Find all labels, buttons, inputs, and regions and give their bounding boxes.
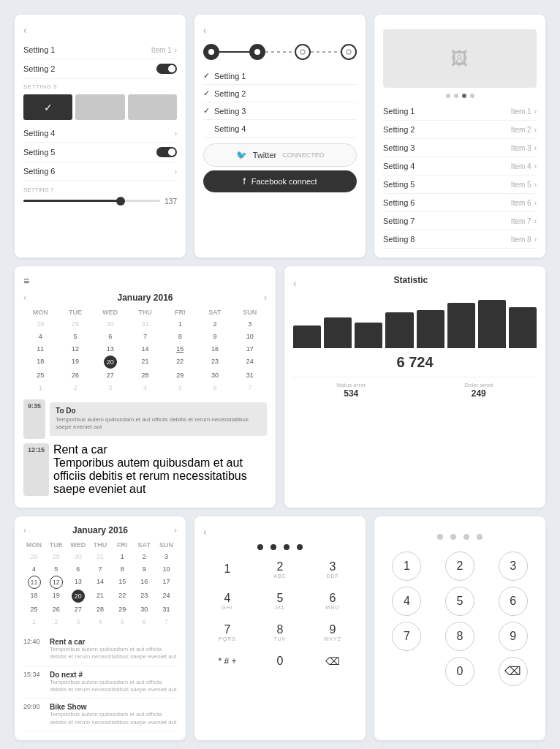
circle-key-backspace[interactable]: ⌫ [499,657,528,686]
cal-prev-btn[interactable]: ‹ [23,293,26,303]
cal-day-today[interactable]: 20 [104,355,117,369]
checklist-item-2[interactable]: ✓ Setting 2 [203,85,357,102]
cal2-day[interactable]: 28 [23,551,45,562]
cal-day[interactable]: 4 [128,382,162,394]
key-4[interactable]: 4 GHI [203,587,251,614]
checklist-item-4[interactable]: ✓ Setting 4 [203,120,357,138]
cal-day[interactable]: 2 [198,318,232,330]
setting-item-4[interactable]: Setting 4 › [23,124,177,143]
cal-day[interactable]: 9 [198,331,232,342]
cal2-day[interactable]: 2 [45,616,67,628]
circle-key-4[interactable]: 4 [392,587,421,616]
key-8[interactable]: 8 TUV [256,619,304,646]
checklist-item-3[interactable]: ✓ Setting 3 [203,102,357,120]
cal-day[interactable]: 21 [128,355,162,369]
cal-day[interactable]: 30 [93,318,127,330]
circle-key-5[interactable]: 5 [445,587,474,616]
hamburger-icon[interactable]: ≡ [23,275,267,287]
cal-day[interactable]: 3 [93,382,127,394]
cal-day[interactable]: 31 [232,369,267,381]
cal-day[interactable]: 4 [23,331,58,342]
circle-key-0[interactable]: 0 [445,657,474,686]
toggle-switch[interactable] [156,64,177,74]
cal2-day-12[interactable]: 12 [50,576,63,589]
circle-key-7[interactable]: 7 [392,622,421,651]
key-5[interactable]: 5 JKL [256,587,304,614]
image-thumb-selected[interactable]: ✓ [23,94,72,120]
cal2-day[interactable]: 22 [112,590,133,603]
facebook-button[interactable]: f Facebook connect [203,170,357,192]
cal2-day[interactable]: 24 [156,590,177,603]
cal2-day[interactable]: 9 [134,563,155,575]
cal-day[interactable]: 3 [232,318,267,330]
cal-day[interactable]: 31 [128,318,162,330]
cal2-day[interactable]: 2 [134,551,155,562]
cal2-day[interactable]: 6 [67,563,88,575]
key-6[interactable]: 6 MNO [309,587,357,614]
cal-day[interactable]: 22 [163,355,197,369]
cal2-day[interactable]: 31 [89,551,110,562]
cal2-day[interactable]: 27 [67,603,88,615]
cal2-day[interactable]: 19 [45,590,67,603]
cal-day[interactable]: 11 [23,343,58,355]
cal2-day[interactable]: 29 [45,551,67,562]
cal2-day-11[interactable]: 11 [28,576,41,589]
img-setting-1[interactable]: Setting 1 Item 1 › [383,102,537,121]
circle-key-3[interactable]: 3 [499,552,528,581]
cal2-day[interactable]: 28 [89,603,110,615]
cal2-day[interactable]: 10 [156,563,177,575]
cal-day[interactable]: 29 [58,318,93,330]
img-setting-5[interactable]: Setting 5 Item 5 › [383,176,537,194]
cal2-day[interactable]: 3 [156,551,177,562]
cal2-day[interactable]: 7 [156,616,177,628]
cal-day[interactable]: 12 [58,343,93,355]
setting-item-1[interactable]: Setting 1 Item 1 › [23,41,177,59]
cal-day[interactable]: 17 [232,343,267,355]
cal-day[interactable]: 13 [93,343,127,355]
cal-day[interactable]: 23 [198,355,232,369]
img-setting-2[interactable]: Setting 2 Item 2 › [383,121,537,139]
cal-day[interactable]: 28 [128,369,162,381]
key-3[interactable]: 3 DEF [309,556,357,583]
cal-day[interactable]: 24 [232,355,267,369]
slider-track[interactable] [23,200,160,202]
cal2-day[interactable]: 29 [112,603,133,615]
cal2-day[interactable]: 4 [89,616,110,628]
setting-item-5[interactable]: Setting 5 [23,143,177,162]
back-button-keypad[interactable]: ‹ [203,526,207,538]
cal-day[interactable]: 19 [58,355,93,369]
img-setting-8[interactable]: Setting 8 Item 8 › [383,230,537,249]
cal-day[interactable]: 1 [163,318,197,330]
img-setting-4[interactable]: Setting 4 Item 4 › [383,157,537,176]
cal-day[interactable]: 8 [163,331,197,342]
cal-day[interactable]: 27 [93,369,127,381]
twitter-button[interactable]: 🐦 Twitter CONNECTED [203,143,357,167]
cal-day[interactable]: 26 [58,369,93,381]
cal2-day[interactable]: 14 [89,576,110,589]
key-9[interactable]: 9 WXYZ [309,619,357,646]
cal2-day[interactable]: 18 [23,590,45,603]
cal-day[interactable]: 14 [128,343,162,355]
cal2-day[interactable]: 30 [67,551,88,562]
checklist-item-1[interactable]: ✓ Setting 1 [203,67,357,85]
back-button-stats[interactable]: ‹ [293,277,297,289]
image-thumb-1[interactable] [75,94,124,120]
cal2-day[interactable]: 25 [23,603,45,615]
circle-key-9[interactable]: 9 [499,622,528,651]
img-setting-6[interactable]: Setting 6 Item 6 › [383,194,537,212]
cal-day[interactable]: 30 [198,369,232,381]
cal2-day[interactable]: 4 [23,563,45,575]
key-backspace[interactable]: ⌫ [309,650,357,672]
cal2-day[interactable]: 17 [156,576,177,589]
cal2-prev-btn[interactable]: ‹ [23,525,26,535]
setting-item-6[interactable]: Setting 6 › [23,162,177,181]
image-thumb-2[interactable] [128,94,177,120]
img-setting-3[interactable]: Setting 3 Item 3 › [383,139,537,157]
cal2-day-today[interactable]: 20 [72,590,85,603]
cal-day[interactable]: 28 [23,318,58,330]
setting-item-2[interactable]: Setting 2 [23,59,177,79]
toggle-switch-5[interactable] [156,147,177,157]
cal-day[interactable]: 15 [163,343,197,355]
key-star[interactable]: * # + [203,650,251,672]
circle-key-1[interactable]: 1 [392,552,421,581]
